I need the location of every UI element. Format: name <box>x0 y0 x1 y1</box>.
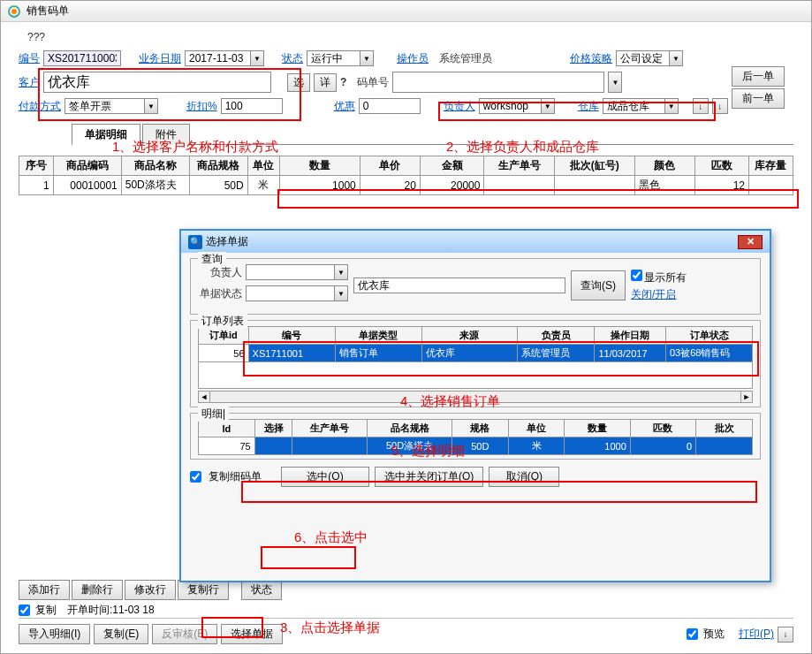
benefit-input[interactable] <box>359 98 421 114</box>
preview-checkbox[interactable] <box>687 628 698 640</box>
close-icon[interactable]: ✕ <box>738 235 763 249</box>
show-all-label: 显示所有 <box>644 271 687 284</box>
dialog-title: 选择单据 <box>206 234 248 249</box>
barcode-input[interactable] <box>392 72 604 93</box>
operator-value: 系统管理员 <box>439 51 492 66</box>
warehouse-dropdown[interactable]: ▼ <box>664 98 679 114</box>
bill-no-label: 编号 <box>19 51 40 66</box>
pay-method-input[interactable] <box>65 98 144 114</box>
search-input[interactable] <box>353 278 565 293</box>
unaudit-button[interactable]: 反审核(E) <box>152 624 217 644</box>
order-row[interactable]: 56 XS1711001 销售订单 优衣库 系统管理员 11/03/2017 0… <box>199 345 753 362</box>
col-amount[interactable]: 金额 <box>420 156 484 176</box>
ann-3: 3、点击选择单据 <box>280 620 380 636</box>
detail-grid: 序号 商品编码 商品名称 商品规格 单位 数量 单价 金额 生产单号 批次(缸号… <box>19 156 793 195</box>
dlg-owner-input[interactable] <box>246 264 334 280</box>
dialog-titlebar: 🔍 选择单据 ✕ <box>181 231 770 253</box>
dlg-status-input[interactable] <box>246 285 334 301</box>
select-ok-button[interactable]: 选中(O) <box>281 467 369 487</box>
search-button[interactable]: 查询(S) <box>571 270 626 300</box>
operator-label: 操作员 <box>397 51 429 66</box>
biz-date-dropdown[interactable]: ▼ <box>250 50 264 66</box>
col-price[interactable]: 单价 <box>360 156 420 176</box>
dialog-icon: 🔍 <box>188 235 202 249</box>
col-qty[interactable]: 数量 <box>280 156 360 176</box>
pay-method-label: 付款方式 <box>19 99 61 114</box>
select-button[interactable]: 选 <box>287 73 310 92</box>
dlg-status-dropdown[interactable]: ▼ <box>334 285 348 301</box>
down-arrow2-icon[interactable]: ↓ <box>712 98 728 114</box>
price-policy-input[interactable] <box>616 50 669 66</box>
toggle-link[interactable]: 关闭/开启 <box>631 287 687 302</box>
ann-4: 4、选择销售订单 <box>400 393 500 410</box>
col-unit[interactable]: 单位 <box>247 156 279 176</box>
customer-input[interactable] <box>43 72 271 93</box>
customer-label: 客户 <box>19 75 40 90</box>
col-name[interactable]: 商品名称 <box>121 156 189 176</box>
owner-input[interactable] <box>479 98 541 114</box>
detail-button[interactable]: 详 <box>314 73 337 92</box>
barcode-label: 码单号 <box>357 75 389 90</box>
scroll-left-icon[interactable]: ◄ <box>198 391 210 403</box>
down-arrow-icon[interactable]: ↓ <box>693 98 709 114</box>
biz-date-input[interactable] <box>185 50 250 66</box>
next-button[interactable]: 后一单 <box>732 66 785 87</box>
col-batch[interactable]: 批次(缸号) <box>554 156 634 176</box>
del-row-button[interactable]: 删除行 <box>72 580 123 600</box>
discount-input[interactable] <box>221 98 283 114</box>
bill-no-input[interactable] <box>43 50 121 66</box>
col-stock[interactable]: 库存量 <box>748 156 793 176</box>
select-doc-button[interactable]: 选择单据 <box>221 624 283 644</box>
pay-method-dropdown[interactable]: ▼ <box>144 98 158 114</box>
col-lot[interactable]: 生产单号 <box>484 156 554 176</box>
price-policy-label: 价格策略 <box>570 51 612 66</box>
prev-button[interactable]: 前一单 <box>732 88 785 109</box>
form-area: ??? 编号 业务日期 ▼ 状态 ▼ 操作员 系统管理员 价格策略 ▼ 客户 选… <box>1 22 811 150</box>
ann-6: 6、点击选中 <box>294 529 368 546</box>
warehouse-input[interactable] <box>603 98 664 114</box>
benefit-label: 优惠 <box>334 99 355 114</box>
select-close-button[interactable]: 选中并关闭订单(O) <box>375 467 483 487</box>
row-3: 付款方式 ▼ 折扣% 优惠 负责人 ▼ 仓库 ▼ ↓ ↓ <box>19 98 793 114</box>
ann-5: 5、选择明细 <box>391 443 465 460</box>
show-all-checkbox[interactable] <box>631 270 642 281</box>
preview-label: 预览 <box>703 627 725 642</box>
dialog-body: 查询 负责人▼ 单据状态▼ 查询(S) 显示所有 关闭/开启 订单列表 <box>181 253 770 492</box>
copy-detail-label: 复制细码单 <box>209 469 262 484</box>
detail-row[interactable]: 75 50D涤塔夫 50D 米 1000 0 <box>199 437 753 455</box>
query-legend: 查询 <box>198 252 226 267</box>
owner-dropdown[interactable]: ▼ <box>541 98 555 114</box>
status-dropdown[interactable]: ▼ <box>360 50 374 66</box>
scroll-right-icon[interactable]: ► <box>740 391 753 403</box>
col-spec[interactable]: 商品规格 <box>189 156 247 176</box>
dlg-owner-dropdown[interactable]: ▼ <box>334 264 348 280</box>
status-input[interactable] <box>307 50 360 66</box>
ann-2: 2、选择负责人和成品仓库 <box>446 139 599 156</box>
import-button[interactable]: 导入明细(I) <box>19 624 90 644</box>
price-policy-dropdown[interactable]: ▼ <box>669 50 683 66</box>
col-pcs[interactable]: 匹数 <box>694 156 748 176</box>
table-row[interactable]: 1 00010001 50D涤塔夫 50D 米 1000 20 20000 XS… <box>19 176 793 195</box>
add-row-button[interactable]: 添加行 <box>19 580 70 600</box>
col-code[interactable]: 商品编码 <box>53 156 121 176</box>
print-link[interactable]: 打印(P) <box>739 627 774 642</box>
mod-row-button[interactable]: 修改行 <box>125 580 176 600</box>
barcode-dropdown[interactable]: ▼ <box>608 72 622 93</box>
copy-row-button[interactable]: 复制行 <box>178 580 229 600</box>
copy-checkbox[interactable] <box>19 605 30 616</box>
copy-detail-checkbox[interactable] <box>190 471 201 483</box>
col-color[interactable]: 颜色 <box>634 156 694 176</box>
print-dropdown-icon[interactable]: ↓ <box>778 627 793 643</box>
select-doc-dialog: 🔍 选择单据 ✕ 查询 负责人▼ 单据状态▼ 查询(S) 显示所有 关闭/开启 <box>179 229 771 582</box>
ann-1: 1、选择客户名称和付款方式 <box>112 139 278 156</box>
row-2: 客户 选 详 ? 码单号 ▼ <box>19 72 793 93</box>
details-fieldset: 明细| Id 选择 生产单号 品名规格 规格 单位 数量 匹数 批次 <box>190 413 761 460</box>
cancel-button[interactable]: 取消(Q) <box>489 467 559 487</box>
details-legend: 明细| <box>198 407 229 422</box>
help-icon[interactable]: ? <box>340 76 346 88</box>
warehouse-label: 仓库 <box>578 99 599 114</box>
col-seq[interactable]: 序号 <box>19 156 54 176</box>
copy-button[interactable]: 复制(E) <box>94 624 148 644</box>
query-fieldset: 查询 负责人▼ 单据状态▼ 查询(S) 显示所有 关闭/开启 <box>190 258 761 315</box>
state-button[interactable]: 状态 <box>241 580 282 600</box>
